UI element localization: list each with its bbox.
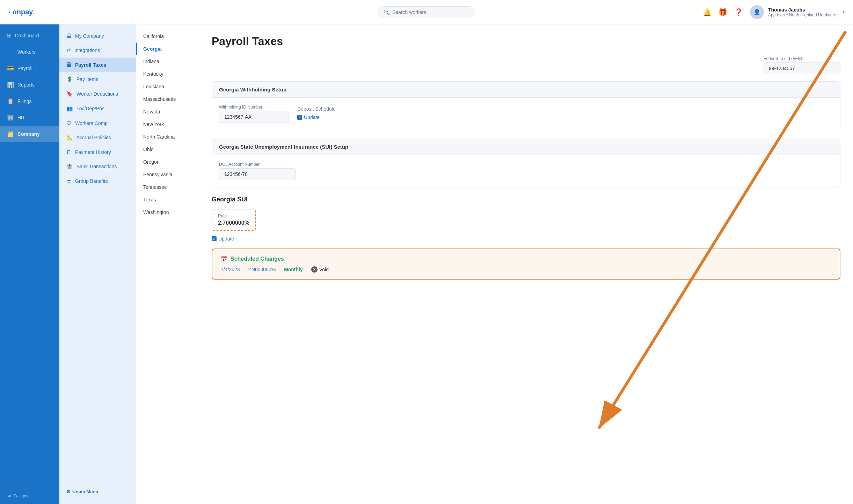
- submenu-label-integrations: Integrations: [74, 47, 100, 53]
- integrations-icon: ⇄: [66, 47, 71, 53]
- withholding-id-group: Withholding ID Number 1234567-AA: [219, 105, 289, 123]
- dashboard-icon: ⊞: [7, 32, 12, 39]
- dol-account-label: DOL Account Number: [219, 162, 833, 167]
- rate-update-row: ✓ Update: [212, 235, 840, 242]
- reports-icon: 📊: [7, 81, 14, 88]
- submenu-item-worker-deductions[interactable]: 🔖 Worker Deductions: [59, 87, 136, 101]
- page-title: Payroll Taxes: [212, 35, 840, 48]
- submenu-item-accrual-policies[interactable]: 📐 Accrual Policies: [59, 130, 136, 145]
- submenu-label-worker-deductions: Worker Deductions: [76, 91, 118, 97]
- collapse-label: Collapse: [13, 494, 30, 498]
- gift-icon[interactable]: 🎁: [719, 8, 727, 16]
- submenu-label-payroll-taxes: Payroll Taxes: [75, 62, 106, 68]
- notification-icon[interactable]: 🔔: [703, 8, 712, 16]
- search-box[interactable]: 🔍: [378, 6, 475, 18]
- submenu-item-my-company[interactable]: 🏛 My Company: [59, 29, 136, 43]
- submenu-label-payment-history: Payment History: [75, 149, 111, 155]
- scheduled-changes-title: 📅 Scheduled Changes: [221, 255, 831, 262]
- scheduled-rate: 2.9000000%: [248, 267, 276, 272]
- sidebar-item-hr[interactable]: 🏢 HR: [0, 109, 59, 126]
- state-ohio[interactable]: Ohio: [136, 143, 199, 156]
- logo-text: onpay.: [13, 8, 35, 16]
- withholding-update-link[interactable]: ✓ Update: [297, 114, 336, 120]
- state-indiana[interactable]: Indiana: [136, 55, 199, 68]
- sui-update-link[interactable]: ✓ Update: [212, 236, 234, 242]
- state-nevada[interactable]: Nevada: [136, 105, 199, 118]
- sidebar-label-hr: HR: [17, 115, 24, 120]
- submenu-item-loc-dep-pos[interactable]: 👥 Loc/Dep/Pos: [59, 101, 136, 116]
- sui-setup-card: Georgia State Unemployment Insurance (SU…: [212, 139, 840, 187]
- rate-dashed-box: Rate 2.7000000%: [212, 209, 256, 231]
- state-kentucky[interactable]: Kentucky: [136, 68, 199, 80]
- state-massachusetts[interactable]: Massachusetts: [136, 93, 199, 105]
- state-washington[interactable]: Washington: [136, 206, 199, 218]
- pay-items-icon: 💲: [66, 76, 73, 82]
- unpin-menu-button[interactable]: ✖ Unpin Menu: [59, 483, 136, 500]
- company-submenu: 🏛 My Company ⇄ Integrations 🏛 Payroll Ta…: [59, 24, 136, 504]
- submenu-label-pay-items: Pay Items: [76, 76, 98, 82]
- scheduled-date: 1/1/2023: [221, 267, 240, 272]
- state-north-carolina[interactable]: North Carolina: [136, 131, 199, 143]
- state-california[interactable]: California: [136, 30, 199, 43]
- state-new-york[interactable]: New York: [136, 118, 199, 131]
- submenu-item-payroll-taxes[interactable]: 🏛 Payroll Taxes: [59, 58, 136, 72]
- state-oregon[interactable]: Oregon: [136, 156, 199, 168]
- fein-label: Federal Tax Id (FEIN): [764, 56, 840, 61]
- submenu-item-workers-comp[interactable]: 🛡 Workers Comp: [59, 116, 136, 130]
- sidebar-item-reports[interactable]: 📊 Reports: [0, 76, 59, 93]
- fein-value: 99-1234567: [764, 62, 840, 74]
- submenu-item-pay-items[interactable]: 💲 Pay Items: [59, 72, 136, 87]
- sidebar-item-filings[interactable]: 📋 Filings: [0, 93, 59, 109]
- submenu-label-my-company: My Company: [75, 33, 104, 39]
- state-texas[interactable]: Texas: [136, 193, 199, 206]
- sidebar-item-workers[interactable]: 👤 Workers: [0, 44, 59, 60]
- sui-setup-header: Georgia State Unemployment Insurance (SU…: [212, 139, 840, 155]
- scheduled-frequency: Monthly: [284, 267, 303, 272]
- submenu-label-loc-dep-pos: Loc/Dep/Pos: [76, 106, 104, 111]
- hr-icon: 🏢: [7, 114, 14, 121]
- deposit-schedule-group: Deposit Schedule ✓ Update: [297, 105, 336, 120]
- submenu-item-integrations[interactable]: ⇄ Integrations: [59, 43, 136, 58]
- payroll-taxes-icon: 🏛: [66, 62, 72, 68]
- sidebar-item-dashboard[interactable]: ⊞ Dashboard: [0, 27, 59, 44]
- sidebar-collapse-button[interactable]: ◄ Collapse: [0, 488, 59, 504]
- content-area: California Georgia Indiana Kentucky Loui…: [136, 24, 853, 504]
- state-tennessee[interactable]: Tennessee: [136, 181, 199, 193]
- my-company-icon: 🏛: [66, 33, 72, 39]
- main-content: Payroll Taxes Federal Tax Id (FEIN) 99-1…: [199, 24, 853, 504]
- void-icon: ✕: [311, 266, 318, 273]
- withholding-setup-card: Georgia Withholding Setup Withholding ID…: [212, 81, 840, 130]
- help-icon[interactable]: ❓: [734, 8, 743, 16]
- user-section[interactable]: 👤 Thomas Jacobs Approver • North Highlan…: [750, 5, 845, 19]
- sidebar-item-payroll[interactable]: 💳 Payroll: [0, 60, 59, 76]
- state-pennsylvania[interactable]: Pennsylvania: [136, 168, 199, 181]
- state-georgia[interactable]: Georgia: [136, 43, 199, 55]
- withholding-setup-header: Georgia Withholding Setup: [212, 82, 840, 98]
- withholding-form-row: Withholding ID Number 1234567-AA Deposit…: [219, 105, 833, 123]
- rate-value: 2.7000000%: [218, 220, 249, 226]
- submenu-item-bank-transactions[interactable]: 🏦 Bank Transactions: [59, 159, 136, 174]
- group-benefits-icon: 🗃: [66, 178, 72, 184]
- rate-label: Rate: [218, 214, 249, 218]
- void-button[interactable]: ✕ Void: [311, 266, 329, 273]
- avatar: 👤: [750, 5, 764, 19]
- logo[interactable]: · onpay.: [8, 8, 35, 16]
- search-icon: 🔍: [384, 9, 389, 15]
- submenu-label-workers-comp: Workers Comp: [75, 120, 108, 126]
- search-input[interactable]: [392, 9, 469, 15]
- submenu-item-payment-history[interactable]: 🗒 Payment History: [59, 145, 136, 159]
- sidebar-item-company[interactable]: 🗂️ Company: [0, 126, 59, 142]
- sidebar-label-payroll: Payroll: [17, 66, 32, 71]
- nav-icons: 🔔 🎁 ❓: [703, 8, 743, 16]
- unpin-label: Unpin Menu: [72, 489, 98, 494]
- submenu-label-accrual-policies: Accrual Policies: [76, 135, 111, 140]
- workers-icon: 👤: [7, 49, 14, 55]
- sidebar: ⊞ Dashboard 👤 Workers 💳 Payroll 📊 Report…: [0, 24, 59, 504]
- withholding-checkbox: ✓: [297, 115, 302, 120]
- rate-box-wrapper: Rate 2.7000000%: [212, 209, 256, 231]
- state-louisiana[interactable]: Louisiana: [136, 80, 199, 93]
- submenu-label-group-benefits: Group Benefits: [75, 178, 108, 184]
- sui-update-label: Update: [218, 236, 234, 242]
- georgia-sui-section: Georgia SUI Rate 2.7000000% ✓ Update: [212, 196, 840, 280]
- submenu-item-group-benefits[interactable]: 🗃 Group Benefits: [59, 174, 136, 188]
